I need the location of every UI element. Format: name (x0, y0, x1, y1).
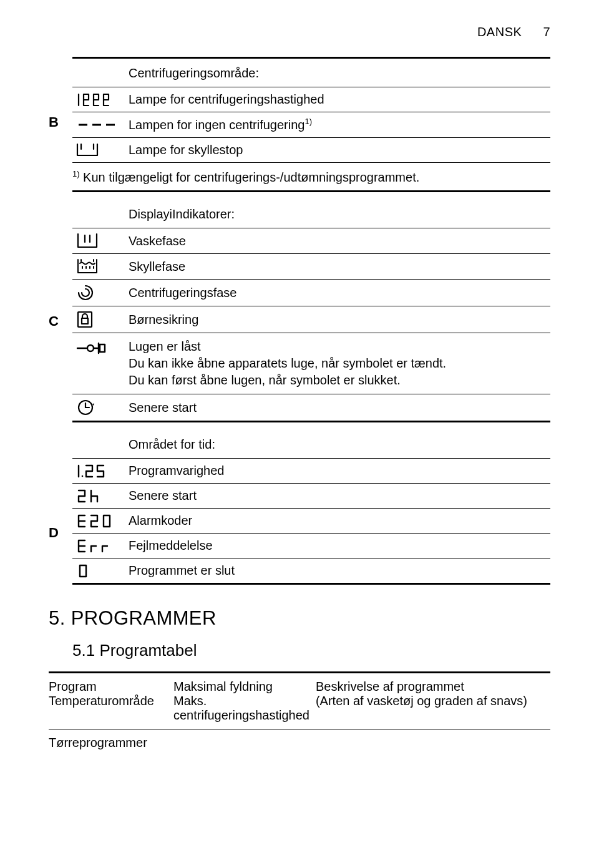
svg-rect-15 (82, 318, 88, 324)
error-message-label: Fejlmeddelelse (129, 537, 550, 554)
section-c: DisplayiIndikatorer: Vaskefase Skyllefas… (72, 203, 550, 422)
delay-start-d-label: Senere start (129, 487, 550, 504)
svg-point-17 (87, 345, 94, 351)
section-c-title: DisplayiIndikatorer: (129, 206, 550, 223)
chapter-heading: 5. PROGRAMMER (49, 607, 550, 630)
progtable-col1: Program Temperaturområde (49, 680, 173, 723)
svg-rect-20 (100, 344, 105, 352)
alarm-codes-label: Alarmkoder (129, 512, 550, 529)
subchapter-title: Programtabel (99, 641, 197, 660)
rinse-hold-basin-icon (72, 142, 129, 158)
section-b-title: Centrifugeringsområde: (129, 65, 550, 82)
spin-phase-label: Centrifugeringsfase (129, 285, 550, 301)
program-table: Program Temperaturområde Maksimal fyldni… (49, 671, 550, 756)
duration-digits-icon (72, 463, 129, 479)
rinse-hold-lamp-label: Lampe for skyllestop (129, 142, 550, 158)
spin-speed-lamp-label: Lampe for centrifugeringshastighed (129, 91, 550, 108)
drying-programs-row: Tørreprogrammer (49, 729, 550, 756)
page-number: 7 (543, 25, 550, 39)
spin-speed-digits-icon (72, 92, 129, 108)
program-end-label: Programmet er slut (129, 562, 550, 579)
no-spin-dashes-icon (72, 120, 129, 129)
delay-hours-digits-icon (72, 488, 129, 504)
page-header: DANSK 7 (49, 25, 550, 39)
section-d: Området for tid: Programvarighed D Sener… (72, 434, 550, 585)
door-locked-label: Lugen er låst Du kan ikke åbne apparatet… (129, 338, 550, 389)
alarm-code-digits-icon (72, 513, 129, 529)
program-duration-label: Programvarighed (129, 462, 550, 479)
section-d-title: Området for tid: (129, 436, 550, 453)
progtable-col3: Beskrivelse af programmet (Arten af vask… (316, 680, 550, 723)
spin-phase-icon (72, 283, 129, 302)
doc-language: DANSK (477, 25, 522, 39)
delay-start-label: Senere start (129, 399, 550, 416)
chapter-title: PROGRAMMER (71, 607, 217, 629)
door-locked-icon (72, 338, 129, 356)
subchapter-number: 5.1 (72, 641, 95, 660)
section-b-footnote: 1) Kun tilgængeligt for centrifugerings-… (72, 162, 550, 191)
svg-point-25 (82, 475, 84, 477)
child-lock-label: Børnesikring (129, 311, 550, 328)
child-lock-icon (72, 310, 129, 329)
rinse-phase-icon (72, 258, 129, 275)
delay-start-clock-icon (72, 398, 129, 417)
error-message-digits-icon (72, 538, 129, 554)
section-letter-d: D (49, 525, 59, 541)
program-end-digit-icon (72, 563, 129, 579)
section-letter-c: C (49, 313, 59, 329)
subchapter-heading: 5.1 Programtabel (72, 641, 550, 660)
rinse-phase-label: Skyllefase (129, 258, 550, 275)
no-spin-lamp-label: Lampen for ingen centrifugering1) (129, 116, 550, 134)
chapter-number: 5. (49, 607, 66, 629)
progtable-col2: Maksimal fyldning Maks. centrifugeringsh… (173, 680, 316, 723)
section-letter-b: B (49, 114, 59, 130)
section-b: Centrifugeringsområde: B Lampe for centr… (72, 57, 550, 192)
wash-phase-icon (72, 232, 129, 250)
wash-phase-label: Vaskefase (129, 233, 550, 250)
